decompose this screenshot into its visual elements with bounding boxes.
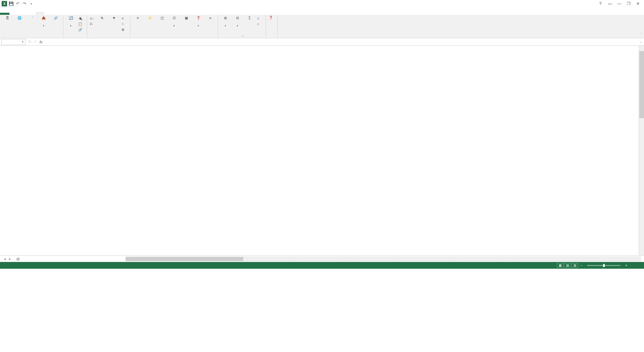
excel-logo-icon: X <box>1 1 7 7</box>
reapply-icon <box>121 22 126 27</box>
qat-save-button[interactable]: 💾 <box>8 1 14 7</box>
sort-button[interactable] <box>96 15 108 26</box>
hide-detail-button <box>256 22 264 27</box>
quick-access-toolbar: X 💾 ↶ ↷ ▼ <box>0 1 34 7</box>
clear-icon <box>121 16 126 21</box>
sheet-nav-prev[interactable]: ◄ <box>3 257 6 261</box>
vertical-scrollbar[interactable] <box>639 46 644 255</box>
page-layout-view-button[interactable]: ▤ <box>564 263 571 268</box>
qat-customize-button[interactable]: ▼ <box>28 1 34 7</box>
links-icon <box>78 28 83 33</box>
group-label-external-data <box>1 37 62 38</box>
scrollbar-thumb[interactable] <box>126 257 243 261</box>
filter-button[interactable] <box>108 15 120 26</box>
from-text-button[interactable] <box>25 15 38 26</box>
flash-fill-button[interactable] <box>144 15 156 26</box>
group-button[interactable]: ▼ <box>219 15 231 28</box>
from-access-button[interactable] <box>1 15 13 26</box>
ungroup-button[interactable]: ▼ <box>231 15 244 28</box>
existing-connections-button[interactable] <box>50 15 62 26</box>
ribbon: ▼ ▼ <box>0 15 644 38</box>
sort-icon <box>98 16 106 24</box>
status-bar: ▦ ▤ ▥ − + <box>0 262 644 269</box>
properties-icon <box>78 22 83 27</box>
subtotal-button[interactable] <box>244 15 256 26</box>
formula-controls: ✕ ✓ fx <box>25 40 45 44</box>
duplicates-icon <box>158 16 166 24</box>
refresh-all-button[interactable]: ▼ <box>65 15 77 28</box>
ungroup-icon <box>233 16 241 24</box>
horizontal-scrollbar[interactable] <box>125 257 641 261</box>
advanced-filter-button[interactable] <box>120 28 129 33</box>
sheet-tab-bar: ◄ ► ⊕ <box>0 255 644 262</box>
sort-asc-button[interactable] <box>89 16 96 21</box>
remove-duplicates-button[interactable] <box>156 15 168 26</box>
clear-filter-button <box>120 16 129 21</box>
from-web-button[interactable] <box>13 15 25 26</box>
zoom-slider[interactable] <box>587 265 621 266</box>
show-detail-icon <box>257 16 262 21</box>
validation-icon <box>170 16 178 24</box>
advanced-icon <box>121 28 126 33</box>
zoom-out-button[interactable]: − <box>579 264 584 267</box>
expand-formula-bar-button[interactable]: ⌄ <box>638 40 644 44</box>
consolidate-icon <box>182 16 190 24</box>
formula-input[interactable] <box>45 39 638 45</box>
ribbon-group-sort-filter <box>87 15 130 38</box>
group-icon <box>221 16 229 24</box>
add-sheet-button[interactable]: ⊕ <box>15 257 21 261</box>
relationships-button[interactable] <box>204 15 216 26</box>
window-controls: ? ▭ — ❐ ✕ <box>597 1 644 6</box>
ribbon-group-connections: ▼ <box>63 15 87 38</box>
whatif-button[interactable]: ▼ <box>192 15 204 28</box>
sources-icon <box>40 16 48 24</box>
web-icon <box>15 16 23 24</box>
cancel-formula-button: ✕ <box>28 40 31 44</box>
reapply-filter-button <box>120 22 129 27</box>
maximize-button[interactable]: ❐ <box>625 1 632 6</box>
sheet-nav-next[interactable]: ► <box>8 257 11 261</box>
normal-view-button[interactable]: ▦ <box>557 263 564 268</box>
close-button[interactable]: ✕ <box>635 1 641 6</box>
text-to-columns-button[interactable] <box>132 15 144 26</box>
minimize-button[interactable]: — <box>616 1 623 6</box>
help-button[interactable]: ? <box>597 1 604 6</box>
outline-dialog-launcher[interactable]: ⤡ <box>241 35 245 38</box>
chevron-down-icon: ▼ <box>21 41 24 43</box>
view-controls: ▦ ▤ ▥ − + <box>557 263 641 268</box>
zoom-in-button[interactable]: + <box>624 264 629 267</box>
whatif-icon <box>194 16 202 24</box>
refresh-icon <box>67 16 75 24</box>
flash-fill-icon <box>146 16 154 24</box>
show-detail-button <box>256 16 264 21</box>
group-label-connections <box>65 37 86 38</box>
fx-button[interactable]: fx <box>40 40 43 44</box>
from-other-button[interactable]: ▼ <box>38 15 50 28</box>
scrollbar-thumb[interactable] <box>639 51 644 118</box>
name-box[interactable]: ▼ <box>1 39 25 45</box>
ribbon-tabs <box>0 7 644 15</box>
text-file-icon <box>28 16 36 24</box>
page-break-view-button[interactable]: ▥ <box>572 263 578 268</box>
edit-links-button <box>77 28 86 33</box>
qat-redo-button[interactable]: ↷ <box>21 1 28 7</box>
tab-data[interactable] <box>36 12 44 15</box>
database-icon <box>3 16 11 24</box>
spreadsheet-grid[interactable] <box>0 46 644 255</box>
qat-undo-button[interactable]: ↶ <box>15 1 21 7</box>
ribbon-group-analysis <box>266 15 278 38</box>
collapse-ribbon-button[interactable]: ˆ <box>641 33 642 37</box>
properties-button <box>77 22 86 27</box>
plug-icon <box>78 16 83 21</box>
consolidate-button[interactable] <box>180 15 192 26</box>
data-validation-button[interactable]: ▼ <box>168 15 180 28</box>
text-to-columns-icon <box>134 16 142 24</box>
connections-button[interactable] <box>77 16 86 21</box>
connections-icon <box>52 16 60 24</box>
ribbon-display-button[interactable]: ▭ <box>606 1 613 6</box>
ribbon-group-data-tools: ▼ ▼ <box>130 15 218 38</box>
solver-button[interactable] <box>267 15 276 21</box>
hide-detail-icon <box>257 22 262 27</box>
sort-desc-button[interactable] <box>89 21 96 27</box>
sheet-nav: ◄ ► <box>0 257 15 261</box>
